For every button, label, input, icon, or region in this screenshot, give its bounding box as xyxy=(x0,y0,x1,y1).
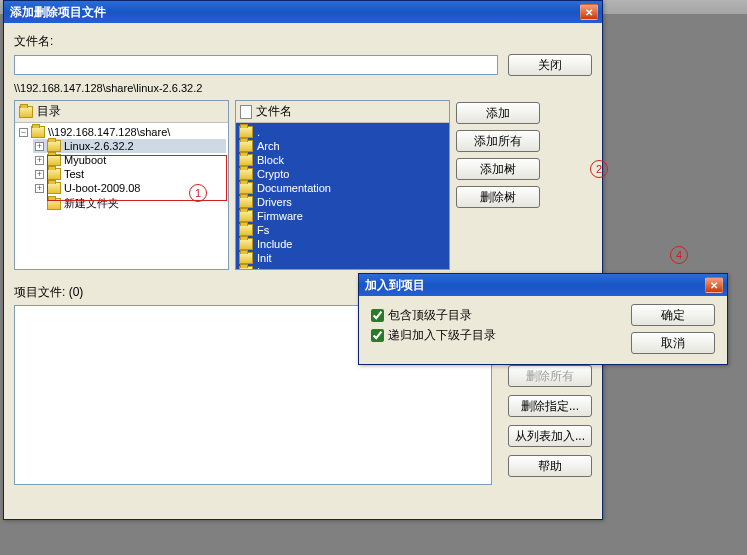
folder-icon xyxy=(239,210,253,222)
close-icon[interactable]: ✕ xyxy=(705,277,723,293)
main-title: 添加删除项目文件 xyxy=(10,4,106,21)
file-item-label: Crypto xyxy=(257,168,289,180)
file-item-label: Include xyxy=(257,238,292,250)
tree-item-label: Myuboot xyxy=(64,154,106,166)
collapse-icon[interactable]: − xyxy=(19,128,28,137)
file-item-label: Arch xyxy=(257,140,280,152)
file-item-label: Fs xyxy=(257,224,269,236)
add-from-list-button[interactable]: 从列表加入... xyxy=(508,425,592,447)
document-icon xyxy=(240,105,252,119)
expand-icon[interactable]: + xyxy=(35,184,44,193)
file-item[interactable]: Drivers xyxy=(238,195,447,209)
folder-icon xyxy=(239,154,253,166)
folder-icon xyxy=(239,168,253,180)
add-button[interactable]: 添加 xyxy=(456,102,540,124)
tree-item-label: U-boot-2009.08 xyxy=(64,182,140,194)
folder-icon xyxy=(239,238,253,250)
sub-dialog: 加入到项目 ✕ 包含顶级子目录 递归加入下级子目录 确定 取消 xyxy=(358,273,728,365)
add-tree-button[interactable]: 添加树 xyxy=(456,158,540,180)
remove-tree-button[interactable]: 删除树 xyxy=(456,186,540,208)
folder-icon xyxy=(239,224,253,236)
cancel-button[interactable]: 取消 xyxy=(631,332,715,354)
file-pane: 文件名 .ArchBlockCryptoDocumentationDrivers… xyxy=(235,100,450,270)
filename-input[interactable] xyxy=(14,55,498,75)
include-top-checkbox[interactable] xyxy=(371,309,384,322)
annotation-4: 4 xyxy=(670,246,688,264)
directory-pane: 目录 − \\192.168.147.128\share\ + Linux-2.… xyxy=(14,100,229,270)
tree-root-label[interactable]: \\192.168.147.128\share\ xyxy=(48,126,170,138)
directory-tree[interactable]: − \\192.168.147.128\share\ + Linux-2.6.3… xyxy=(15,123,228,269)
tree-item-uboot[interactable]: + U-boot-2009.08 xyxy=(33,181,226,195)
recurse-label: 递归加入下级子目录 xyxy=(388,327,496,344)
file-item[interactable]: Crypto xyxy=(238,167,447,181)
expand-icon[interactable]: + xyxy=(35,156,44,165)
include-top-label: 包含顶级子目录 xyxy=(388,307,472,324)
current-path: \\192.168.147.128\share\linux-2.6.32.2 xyxy=(14,82,592,94)
tree-item-linux[interactable]: + Linux-2.6.32.2 xyxy=(33,139,226,153)
blank-icon xyxy=(35,199,44,208)
file-item[interactable]: Include xyxy=(238,237,447,251)
file-item[interactable]: Firmware xyxy=(238,209,447,223)
remove-all-button: 删除所有 xyxy=(508,365,592,387)
folder-icon xyxy=(19,106,33,118)
folder-icon xyxy=(31,126,45,138)
add-all-button[interactable]: 添加所有 xyxy=(456,130,540,152)
filename-label: 文件名: xyxy=(14,33,592,50)
expand-icon[interactable]: + xyxy=(35,170,44,179)
file-header: 文件名 xyxy=(256,103,292,120)
file-item-label: Documentation xyxy=(257,182,331,194)
folder-icon xyxy=(239,196,253,208)
file-item-label: Drivers xyxy=(257,196,292,208)
folder-icon xyxy=(47,140,61,152)
expand-icon[interactable]: + xyxy=(35,142,44,151)
file-item-label: Init xyxy=(257,252,272,264)
folder-icon xyxy=(47,182,61,194)
close-icon[interactable]: ✕ xyxy=(580,4,598,20)
tree-item-newfolder[interactable]: 新建文件夹 xyxy=(33,195,226,212)
tree-item-label: Linux-2.6.32.2 xyxy=(64,140,134,152)
folder-icon xyxy=(47,154,61,166)
close-button[interactable]: 关闭 xyxy=(508,54,592,76)
file-item-label: Ipc xyxy=(257,266,272,269)
file-list[interactable]: .ArchBlockCryptoDocumentationDriversFirm… xyxy=(236,123,449,269)
dir-header: 目录 xyxy=(37,103,61,120)
file-item[interactable]: Block xyxy=(238,153,447,167)
file-item[interactable]: Arch xyxy=(238,139,447,153)
main-window: 添加删除项目文件 ✕ 文件名: 关闭 \\192.168.147.128\sha… xyxy=(3,0,603,520)
folder-icon xyxy=(239,266,253,269)
sub-titlebar: 加入到项目 ✕ xyxy=(359,274,727,296)
remove-specific-button[interactable]: 删除指定... xyxy=(508,395,592,417)
folder-icon xyxy=(239,252,253,264)
file-item-label: Block xyxy=(257,154,284,166)
file-item-label: Firmware xyxy=(257,210,303,222)
file-item-label: . xyxy=(257,126,260,138)
folder-icon xyxy=(239,182,253,194)
folder-icon xyxy=(239,126,253,138)
ok-button[interactable]: 确定 xyxy=(631,304,715,326)
tree-item-label: 新建文件夹 xyxy=(64,196,119,211)
help-button[interactable]: 帮助 xyxy=(508,455,592,477)
file-item[interactable]: . xyxy=(238,125,447,139)
file-item[interactable]: Init xyxy=(238,251,447,265)
main-titlebar: 添加删除项目文件 ✕ xyxy=(4,1,602,23)
recurse-checkbox[interactable] xyxy=(371,329,384,342)
tree-item-myuboot[interactable]: + Myuboot xyxy=(33,153,226,167)
folder-icon xyxy=(239,140,253,152)
tree-item-test[interactable]: + Test xyxy=(33,167,226,181)
file-item[interactable]: Documentation xyxy=(238,181,447,195)
file-item[interactable]: Ipc xyxy=(238,265,447,269)
folder-icon xyxy=(47,198,61,210)
folder-icon xyxy=(47,168,61,180)
tree-item-label: Test xyxy=(64,168,84,180)
sub-title: 加入到项目 xyxy=(365,277,425,294)
file-item[interactable]: Fs xyxy=(238,223,447,237)
button-column: 添加 添加所有 添加树 删除树 xyxy=(456,100,540,270)
